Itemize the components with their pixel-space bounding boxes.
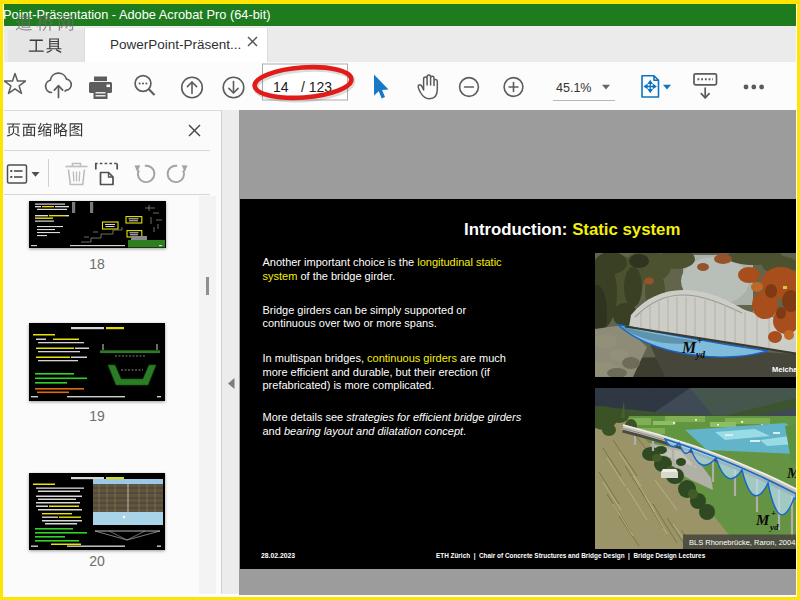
svg-text:yd: yd [769, 522, 779, 532]
svg-text:14: 14 [273, 79, 289, 95]
svg-text:M: M [786, 465, 796, 481]
svg-text:Meichaa: Meichaa [772, 365, 796, 374]
svg-text:+: + [697, 336, 702, 346]
svg-text:yd: yd [695, 350, 705, 360]
svg-text:BLS Rhonebrücke, Raron, 2004.: BLS Rhonebrücke, Raron, 2004. B [689, 538, 796, 547]
svg-text:45.1%: 45.1% [556, 81, 591, 95]
svg-text:M: M [681, 339, 697, 356]
svg-text:M: M [755, 512, 770, 528]
svg-text:+: + [771, 508, 776, 518]
